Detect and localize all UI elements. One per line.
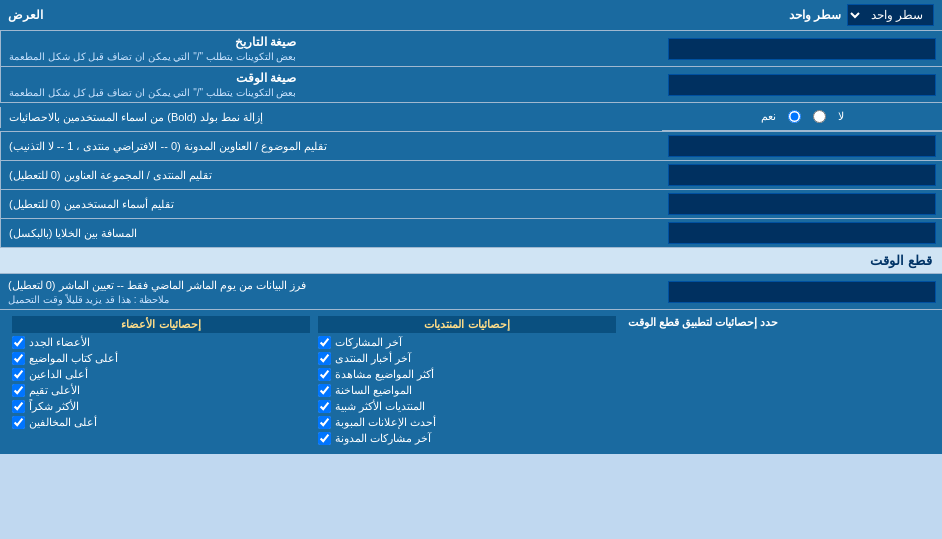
col1-check-5[interactable]	[12, 416, 25, 429]
col1-title: إحصائيات الأعضاء	[12, 316, 310, 333]
bold-no-label: لا	[838, 110, 844, 123]
spacing-label: المسافة بين الخلايا (بالبكسل)	[0, 219, 662, 247]
date-format-input-wrapper: d-m	[662, 31, 942, 66]
date-format-input[interactable]: d-m	[668, 38, 936, 60]
col1-check-1[interactable]	[12, 352, 25, 365]
bold-label: إزالة نمط بولد (Bold) من اسماء المستخدمي…	[0, 107, 662, 128]
spacing-input[interactable]: 2	[668, 222, 936, 244]
col1-check-0[interactable]	[12, 336, 25, 349]
time-format-label: صيغة الوقت بعض التكوينات يتطلب "/" التي …	[0, 67, 662, 102]
bold-yes-radio[interactable]	[788, 110, 801, 123]
col2-check-6[interactable]	[318, 432, 331, 445]
spacing-input-wrapper: 2	[662, 219, 942, 247]
bold-row: لا نعم إزالة نمط بولد (Bold) من اسماء ال…	[0, 103, 942, 132]
col2-title: إحصائيات المنتديات	[318, 316, 616, 333]
stats-col-members: إحصائيات الأعضاء الأعضاء الجدد أعلى كتاب…	[8, 314, 314, 434]
bold-no-radio[interactable]	[813, 110, 826, 123]
col1-item-1: أعلى كتاب المواضيع	[12, 352, 310, 365]
forum-input[interactable]: 33	[668, 164, 936, 186]
col1-item-5: أعلى المخالفين	[12, 416, 310, 429]
col2-item-1: آخر أخبار المنتدى	[318, 352, 616, 365]
forum-row: 33 تقليم المنتدى / المجموعة العناوين (0 …	[0, 161, 942, 190]
time-format-input-wrapper: H:i	[662, 67, 942, 102]
bold-yes-label: نعم	[761, 110, 776, 123]
threads-input[interactable]: 33	[668, 135, 936, 157]
col1-item-2: أعلى الداعين	[12, 368, 310, 381]
cutoff-input[interactable]: 0	[668, 281, 936, 303]
threads-input-wrapper: 33	[662, 132, 942, 160]
col2-check-1[interactable]	[318, 352, 331, 365]
col2-item-2: أكثر المواضيع مشاهدة	[318, 368, 616, 381]
col2-item-5: أحدث الإعلانات المبوبة	[318, 416, 616, 429]
time-format-row: H:i صيغة الوقت بعض التكوينات يتطلب "/" ا…	[0, 67, 942, 103]
users-input[interactable]: 0	[668, 193, 936, 215]
col1-check-4[interactable]	[12, 400, 25, 413]
col1-item-4: الأكثر شكراً	[12, 400, 310, 413]
page-title: العرض	[8, 8, 43, 22]
col1-check-2[interactable]	[12, 368, 25, 381]
main-container: سطر واحدسطرينثلاثة أسطر سطر واحد العرض d…	[0, 0, 942, 454]
date-format-label: صيغة التاريخ بعض التكوينات يتطلب "/" الت…	[0, 31, 662, 66]
col2-item-0: آخر المشاركات	[318, 336, 616, 349]
col1-item-0: الأعضاء الجدد	[12, 336, 310, 349]
spacing-row: 2 المسافة بين الخلايا (بالبكسل)	[0, 219, 942, 248]
users-label: تقليم أسماء المستخدمين (0 للتعطيل)	[0, 190, 662, 218]
col2-item-3: المواضيع الساخنة	[318, 384, 616, 397]
threads-label: تقليم الموضوع / العناوين المدونة (0 -- ا…	[0, 132, 662, 160]
col2-item-6: آخر مشاركات المدونة	[318, 432, 616, 445]
col2-check-0[interactable]	[318, 336, 331, 349]
cutoff-input-wrapper: 0	[662, 274, 942, 309]
top-row: سطر واحدسطرينثلاثة أسطر سطر واحد العرض	[0, 0, 942, 31]
select-wrapper: سطر واحدسطرينثلاثة أسطر سطر واحد	[789, 4, 934, 26]
col2-check-2[interactable]	[318, 368, 331, 381]
cutoff-row: 0 فرز البيانات من يوم الماشر الماضي فقط …	[0, 274, 942, 310]
stats-limit-label: حدد إحصائيات لتطبيق قطع الوقت	[628, 316, 778, 329]
col1-check-3[interactable]	[12, 384, 25, 397]
col2-check-4[interactable]	[318, 400, 331, 413]
display-select[interactable]: سطر واحدسطرينثلاثة أسطر	[847, 4, 934, 26]
col1-item-3: الأعلى تقيم	[12, 384, 310, 397]
users-row: 0 تقليم أسماء المستخدمين (0 للتعطيل)	[0, 190, 942, 219]
users-input-wrapper: 0	[662, 190, 942, 218]
date-format-row: d-m صيغة التاريخ بعض التكوينات يتطلب "/"…	[0, 31, 942, 67]
time-format-input[interactable]: H:i	[668, 74, 936, 96]
forum-label: تقليم المنتدى / المجموعة العناوين (0 للت…	[0, 161, 662, 189]
stats-col-forum: إحصائيات المنتديات آخر المشاركات آخر أخب…	[314, 314, 620, 450]
threads-row: 33 تقليم الموضوع / العناوين المدونة (0 -…	[0, 132, 942, 161]
col2-check-5[interactable]	[318, 416, 331, 429]
stats-section: حدد إحصائيات لتطبيق قطع الوقت إحصائيات ا…	[0, 310, 942, 454]
top-label: سطر واحد	[789, 8, 841, 22]
col2-check-3[interactable]	[318, 384, 331, 397]
cutoff-section-header: قطع الوقت	[0, 248, 942, 274]
forum-input-wrapper: 33	[662, 161, 942, 189]
cutoff-label: فرز البيانات من يوم الماشر الماضي فقط --…	[0, 274, 662, 309]
col2-item-4: المنتديات الأكثر شبية	[318, 400, 616, 413]
